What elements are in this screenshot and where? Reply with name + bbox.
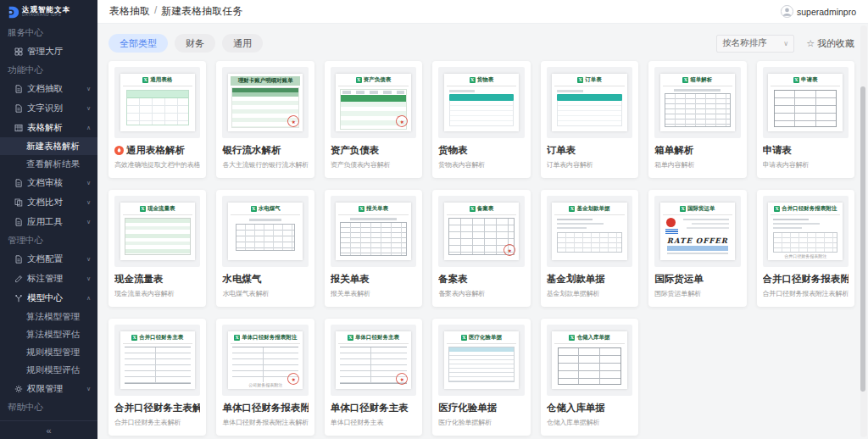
template-card[interactable]: X单体口径财务报表附注 公司财务报表附注 ★ 单体口径财务报表附注 单体口径财务… [216,319,314,436]
sidebar-group-header: 帮助中心 [0,398,97,416]
sidebar-item[interactable]: 应用工具∨ [0,212,97,231]
card-title: 仓储入库单据 [547,402,632,414]
card-description: 医疗化验单据解析 [438,418,524,427]
thumbnail-title: X通用表格 [123,76,192,86]
compare-icon [14,198,23,207]
avatar-icon [781,5,793,18]
thumbnail-title: X单体口径财务报表附注 [231,334,300,344]
topbar: 表格抽取 / 新建表格抽取任务 superadminpro [97,0,868,24]
card-title: 合并口径财务报表附注 [763,273,849,286]
template-card[interactable]: X单体口径财务主表 ★ 单体口径财务主表 单体口径财务主表 [325,319,422,436]
thumbnail-page: X合并口径财务报表附注 合并口径财务报表附注 [768,203,843,261]
template-card[interactable]: X国际货运单 RATE OFFER 国际货运单 国际货运单解析 [648,190,746,307]
excel-icon: X [577,77,583,83]
sidebar-item[interactable]: 表格解析∧ [0,118,97,137]
sidebar-subitem[interactable]: 新建表格解析 [0,137,97,155]
excel-icon: X [470,206,476,212]
sidebar-subitem[interactable]: 查看解析结果 [0,155,97,173]
excel-icon: X [234,335,240,341]
content-area: 全部类型 财务 通用 按名称排序 ∨ ☆ 我的收藏 X通用表格 [97,24,868,439]
sidebar-item[interactable]: 文档抽取∨ [0,79,97,98]
card-description: 备案表内容解析 [438,289,524,298]
template-card[interactable]: X合并口径财务报表附注 合并口径财务报表附注 合并口径财务报表附注 合并口径财务… [757,190,854,307]
sidebar-item-label: 模型中心 [27,292,82,304]
sidebar-item[interactable]: 文字识别∨ [0,98,97,118]
thumbnail-page: X现金流量表 [120,203,195,261]
template-card-grid: X通用表格 通用表格解析 高效准确地提取文档中的表格元素 理财卡账户明细对账单 … [108,61,854,436]
card-title: 备案表 [438,273,524,286]
card-description: 合并口径财务报表附注表解析 [763,289,849,298]
sidebar-item-label: 文档抽取 [27,83,82,95]
filter-tab-general[interactable]: 通用 [222,34,263,53]
scrollbar [860,25,867,437]
thumbnail-table [554,217,624,259]
template-card[interactable]: X报关单表 报关单表 报关单表解析 [325,190,422,307]
template-card[interactable]: X货物表 货物表 货物表内容解析 [432,61,530,178]
template-card[interactable]: X水电煤气 水电煤气 水电煤气表解析 [216,190,314,307]
edit-icon [14,275,23,283]
filter-tab-finance[interactable]: 财务 [175,34,215,53]
sidebar-item[interactable]: 文档配置∨ [0,249,97,269]
sidebar-item[interactable]: 权限管理∨ [0,379,97,398]
sidebar-item[interactable]: 文档比对∨ [0,192,97,212]
template-card[interactable]: X箱单解析 箱单解析 箱单内容解析 [648,61,746,178]
template-card[interactable]: X仓储入库单据 仓储入库单据 仓储入库单据解析 [541,319,638,436]
user-menu[interactable]: superadminpro [781,5,856,18]
sort-dropdown[interactable]: 按名称排序 ∨ [716,35,794,53]
chevron-down-icon: ∨ [86,256,91,263]
sidebar-subitem[interactable]: 规则模型管理 [0,343,97,361]
card-description: 合并口径财务主表解析 [114,418,200,427]
template-card[interactable]: X通用表格 通用表格解析 高效准确地提取文档中的表格元素 [108,61,206,178]
favorites-button[interactable]: ☆ 我的收藏 [806,37,854,50]
card-thumbnail: X通用表格 [114,67,200,138]
template-card[interactable]: X基金划款单据 基金划款单据 基金划款单据解析 [541,190,638,307]
sort-label: 按名称排序 [722,37,767,49]
thumbnail-table [771,217,840,254]
thumbnail-title: X合并口径财务主表 [123,334,192,344]
sidebar-item[interactable]: 文档审核∨ [0,173,97,192]
sidebar-item-label: 标注管理 [27,273,82,285]
template-card[interactable]: X合并口径财务主表 合并口径财务主表解析 合并口径财务主表解析 [108,319,206,436]
hot-badge-icon [114,146,124,155]
template-card[interactable]: X申请表 申请表 申请表内容解析 [757,61,854,178]
sidebar-subitem[interactable]: 规则模型评估 [0,361,97,379]
template-card[interactable]: X现金流量表 现金流量表 现金流量表内容解析 [108,190,206,307]
card-title: 报关单表 [331,273,416,286]
doc-icon [14,85,23,93]
thumbnail-table [554,88,624,131]
thumbnail-table [554,346,624,388]
sidebar-collapse-button[interactable]: « [0,420,97,439]
sidebar-group-header: 服务中心 [0,24,97,42]
sidebar-subitem[interactable]: 算法模型评估 [0,325,97,343]
excel-icon: X [131,335,137,341]
thumbnail-page: X水电煤气 [228,203,303,261]
thumbnail-page: X货物表 [444,74,519,132]
sidebar-item[interactable]: 管理大厅 [0,42,97,61]
card-thumbnail: X现金流量表 [114,196,200,267]
card-title: 订单表 [547,144,632,157]
thumbnail-title: X订单表 [554,76,624,86]
template-card[interactable]: X备案表 ★ 备案表 备案表内容解析 [432,190,530,307]
card-title: 银行流水解析 [222,144,308,157]
main-area: 表格抽取 / 新建表格抽取任务 superadminpro 全部类型 财务 通用… [97,0,868,439]
app-logo[interactable]: 达观智能文本 DATAGRAND IDPS [0,0,97,24]
excel-icon: X [470,77,476,83]
thumbnail-title: 理财卡账户明细对账单 [231,76,300,86]
sidebar-item[interactable]: 模型中心∧ [0,288,97,308]
card-description: 资产负债表内容解析 [331,160,416,169]
card-thumbnail: X箱单解析 [654,67,740,138]
template-card[interactable]: X医疗化验单据 医疗化验单据 医疗化验单据解析 [432,319,530,436]
excel-icon: X [356,77,362,83]
template-card[interactable]: 理财卡账户明细对账单 ★ 银行流水解析 各大主流银行的银行流水解析 [216,61,314,178]
sidebar-subitem[interactable]: 算法模型管理 [0,308,97,325]
filter-tab-all-types[interactable]: 全部类型 [108,34,168,53]
breadcrumb-item-table-extract[interactable]: 表格抽取 [109,4,150,19]
sidebar-item-label: 管理大厅 [27,46,91,58]
template-card[interactable]: X订单表 订单表 订单表内容解析 [541,61,638,178]
thumbnail-table [447,88,516,131]
template-card[interactable]: X资产负债表 ★ 资产负债表 资产负债表内容解析 [325,61,422,178]
scrollbar-thumb[interactable] [860,86,865,392]
sidebar-item[interactable]: 标注管理∨ [0,269,97,288]
sidebar-group-header: 管理中心 [0,231,97,249]
brand-mark-icon [6,6,19,19]
